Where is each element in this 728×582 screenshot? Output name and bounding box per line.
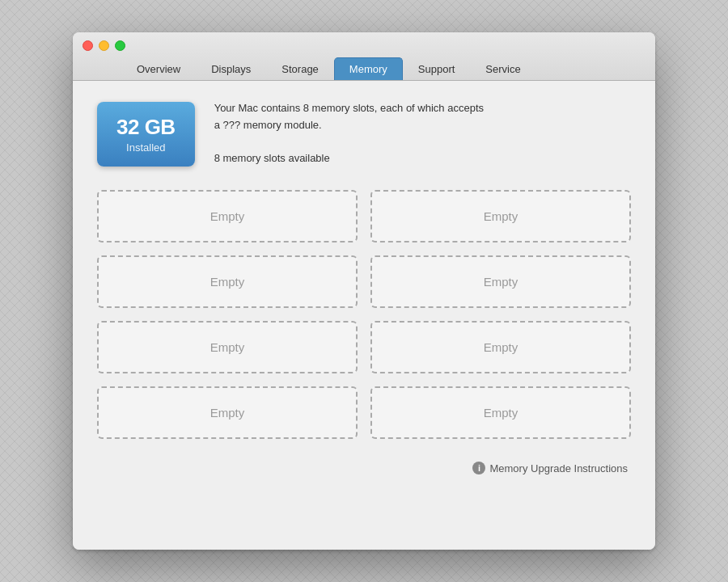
tab-bar: Overview Displays Storage Memory Support… xyxy=(73,57,655,80)
main-window: Overview Displays Storage Memory Support… xyxy=(73,32,655,550)
memory-slot-4: Empty xyxy=(370,255,631,308)
memory-slot-5: Empty xyxy=(97,321,358,373)
info-text: Your Mac contains 8 memory slots, each o… xyxy=(214,100,484,167)
maximize-button[interactable] xyxy=(115,40,125,51)
memory-slot-7: Empty xyxy=(97,386,358,439)
upgrade-instructions-link[interactable]: i Memory Upgrade Instructions xyxy=(472,462,628,474)
info-line2: a ??? memory module. xyxy=(214,117,484,134)
memory-slot-1: Empty xyxy=(97,190,358,242)
memory-slot-2: Empty xyxy=(370,190,631,242)
tab-storage[interactable]: Storage xyxy=(266,57,334,80)
memory-slot-6: Empty xyxy=(370,321,631,373)
tab-service[interactable]: Service xyxy=(470,57,535,80)
titlebar: Overview Displays Storage Memory Support… xyxy=(73,32,655,81)
traffic-lights xyxy=(73,40,655,57)
close-button[interactable] xyxy=(83,40,93,51)
memory-badge: 32 GB Installed xyxy=(97,102,195,167)
info-row: 32 GB Installed Your Mac contains 8 memo… xyxy=(97,100,631,167)
memory-slot-8: Empty xyxy=(370,386,631,439)
info-icon: i xyxy=(472,462,485,474)
footer-row: i Memory Upgrade Instructions xyxy=(97,462,631,474)
memory-slot-3: Empty xyxy=(97,255,358,308)
info-line3: 8 memory slots available xyxy=(214,150,484,167)
minimize-button[interactable] xyxy=(99,40,109,51)
tab-memory[interactable]: Memory xyxy=(334,57,403,80)
tab-support[interactable]: Support xyxy=(403,57,471,80)
tab-overview[interactable]: Overview xyxy=(121,57,196,80)
memory-size: 32 GB xyxy=(116,115,176,140)
memory-slots-grid: Empty Empty Empty Empty Empty Empty Empt… xyxy=(97,190,631,439)
upgrade-label: Memory Upgrade Instructions xyxy=(489,462,628,474)
memory-label: Installed xyxy=(116,141,176,154)
content-area: 32 GB Installed Your Mac contains 8 memo… xyxy=(73,81,655,550)
tab-displays[interactable]: Displays xyxy=(196,57,266,80)
info-line1: Your Mac contains 8 memory slots, each o… xyxy=(214,100,484,117)
